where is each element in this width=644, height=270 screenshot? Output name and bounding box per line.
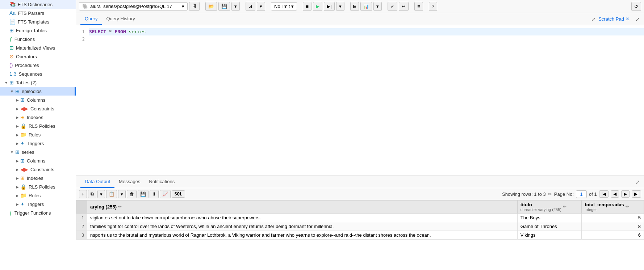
sidebar-item-functions[interactable]: ƒFunctions: [0, 35, 76, 43]
chevron-icon: ▶: [16, 202, 19, 206]
row-titulo: The Boys: [517, 214, 582, 222]
edit-col-titulo-icon[interactable]: ✏: [563, 204, 566, 209]
sidebar-item-series-columns[interactable]: ▶⊞Columns: [0, 156, 76, 165]
sidebar-item-operators[interactable]: ⊙Operators: [0, 52, 76, 61]
save-button[interactable]: 💾: [218, 2, 230, 11]
add-row-button[interactable]: +: [79, 190, 87, 198]
sidebar-label-materialized-views: Materialized Views: [16, 45, 55, 51]
connection-selector[interactable]: 🐘 alura_series/postgres@PostgreSQL 17 ▾: [79, 2, 188, 10]
col-header-titulo: titulo character varying (255) ✏: [517, 201, 582, 214]
db-icon-button[interactable]: 🗄: [189, 2, 200, 11]
sidebar-item-series-indexes[interactable]: ▶⊞Indexes: [0, 174, 76, 182]
code-editor[interactable]: 1 SELECT * FROM series 2: [76, 25, 644, 176]
tab-query-history[interactable]: Query History: [102, 13, 139, 25]
edit-col-desc-icon[interactable]: ✏: [118, 204, 121, 209]
filter-button[interactable]: ⊿: [246, 2, 255, 11]
run-dropdown-button[interactable]: ▾: [336, 2, 344, 11]
download-button[interactable]: ⬇: [150, 190, 159, 198]
sidebar-label-series-indexes: Indexes: [27, 176, 43, 181]
expand-main-icon[interactable]: ⤢: [635, 16, 640, 22]
sidebar-label-procedures: Procedures: [15, 63, 39, 68]
sidebar-item-episodios[interactable]: ▼⊞episodios: [0, 87, 76, 96]
series-icon: ⊞: [15, 149, 20, 155]
expand-data-icon[interactable]: ⤢: [635, 179, 640, 185]
sidebar-item-episodios-triggers[interactable]: ▶✦Triggers: [0, 139, 76, 148]
sidebar-item-episodios-rules[interactable]: ▶📁Rules: [0, 130, 76, 139]
analyze-button[interactable]: 📊: [360, 2, 372, 11]
code-line-1: 1 SELECT * FROM series: [76, 28, 644, 35]
paste-button[interactable]: 📋: [106, 190, 117, 198]
chart-button[interactable]: 📈: [160, 190, 171, 198]
sidebar-item-foreign-tables[interactable]: ⊞Foreign Tables: [0, 26, 76, 35]
copy-dropdown-button[interactable]: ▾: [97, 190, 105, 198]
sql-button[interactable]: SQL: [172, 190, 185, 198]
delete-row-button[interactable]: 🗑: [127, 190, 137, 198]
sidebar-item-trigger-functions[interactable]: ƒTrigger Functions: [0, 208, 76, 217]
trigger-functions-icon: ƒ: [9, 210, 12, 216]
run-button[interactable]: ▶: [313, 2, 322, 11]
tab-messages[interactable]: Messages: [114, 176, 145, 188]
line-content-2: [89, 35, 644, 43]
scratch-pad-text: Scratch Pad: [598, 16, 624, 22]
page-first-button[interactable]: |◀: [599, 190, 609, 198]
sidebar-label-series-triggers: Triggers: [27, 202, 44, 207]
sidebar-item-fts-dictionaries[interactable]: 📚FTS Dictionaries: [0, 0, 76, 9]
chevron-icon: ▶: [16, 194, 19, 198]
macros-button[interactable]: ≡: [414, 2, 423, 11]
paste-dropdown-button[interactable]: ▾: [118, 190, 126, 198]
sidebar-label-series-rls: RLS Policies: [29, 184, 55, 190]
save-data-button[interactable]: 💾: [138, 190, 149, 198]
no-limit-chevron-icon: ▾: [291, 4, 294, 9]
page-label: Page No:: [554, 191, 574, 197]
sidebar-item-series[interactable]: ▼⊞series: [0, 148, 76, 156]
sidebar-item-episodios-columns[interactable]: ▶⊞Columns: [0, 96, 76, 104]
sidebar-label-episodios-triggers: Triggers: [27, 141, 44, 146]
sidebar-item-episodios-rls[interactable]: ▶🔒RLS Policies: [0, 122, 76, 130]
expand-query-icon[interactable]: ⤢: [591, 16, 595, 22]
tab-data-output[interactable]: Data Output: [80, 176, 114, 188]
copy-button[interactable]: ⧉: [88, 190, 96, 198]
commit-button[interactable]: ✓: [388, 2, 397, 11]
explain-button[interactable]: E: [350, 2, 359, 11]
row-num: 2: [76, 222, 87, 231]
sidebar-item-fts-parsers[interactable]: AaFTS Parsers: [0, 9, 76, 17]
sidebar-item-series-rls[interactable]: ▶🔒RLS Policies: [0, 182, 76, 191]
functions-icon: ƒ: [9, 36, 12, 42]
table-row: 3 nsports us to the brutal and mysteriou…: [76, 231, 644, 240]
tab-query[interactable]: Query: [80, 13, 102, 25]
sidebar-item-sequences[interactable]: 1.3Sequences: [0, 69, 76, 78]
close-scratch-icon[interactable]: ✕: [626, 16, 630, 22]
chevron-icon: ▶: [16, 115, 19, 119]
sidebar-item-series-triggers[interactable]: ▶✦Triggers: [0, 200, 76, 208]
sidebar-item-materialized-views[interactable]: ⊡Materialized Views: [0, 43, 76, 52]
open-file-button[interactable]: 📂: [205, 2, 217, 11]
run-script-button[interactable]: ▶|: [324, 2, 334, 11]
edit-col-total-icon[interactable]: ✏: [626, 204, 629, 209]
tab-notifications[interactable]: Notifications: [145, 176, 179, 188]
page-input[interactable]: [576, 190, 587, 198]
sidebar-item-fts-templates[interactable]: 📄FTS Templates: [0, 17, 76, 26]
sidebar-item-tables[interactable]: ▼⊞Tables (2): [0, 78, 76, 87]
series-triggers-icon: ✦: [20, 201, 25, 207]
page-last-button[interactable]: ▶|: [632, 190, 641, 198]
sidebar-item-episodios-constraints[interactable]: ▶◀▶Constraints: [0, 104, 76, 113]
help-button[interactable]: ?: [429, 2, 437, 11]
page-total-label: of 1: [589, 191, 597, 197]
data-tab-right: ⤢: [635, 179, 640, 185]
line-content-1: SELECT * FROM series: [89, 28, 644, 35]
save-dropdown-button[interactable]: ▾: [231, 2, 240, 11]
stop-button[interactable]: ■: [303, 2, 311, 11]
analyze-dropdown-button[interactable]: ▾: [373, 2, 382, 11]
scratch-pad-label: Scratch Pad ✕: [598, 16, 630, 22]
sidebar-item-procedures[interactable]: ()Procedures: [0, 61, 76, 69]
no-limit-selector[interactable]: No limit ▾: [271, 2, 297, 10]
sidebar-item-series-rules[interactable]: ▶📁Rules: [0, 191, 76, 200]
filter-dropdown-button[interactable]: ▾: [257, 2, 265, 11]
sidebar-item-episodios-indexes[interactable]: ▶⊞Indexes: [0, 113, 76, 122]
fts-templates-icon: 📄: [9, 19, 16, 25]
rollback-button[interactable]: ↩: [399, 2, 409, 11]
refresh-button[interactable]: ↺: [631, 2, 641, 11]
sidebar-item-series-constraints[interactable]: ▶◀▶Constraints: [0, 165, 76, 174]
page-prev-button[interactable]: ◀: [611, 190, 619, 198]
page-next-button[interactable]: ▶: [621, 190, 630, 198]
